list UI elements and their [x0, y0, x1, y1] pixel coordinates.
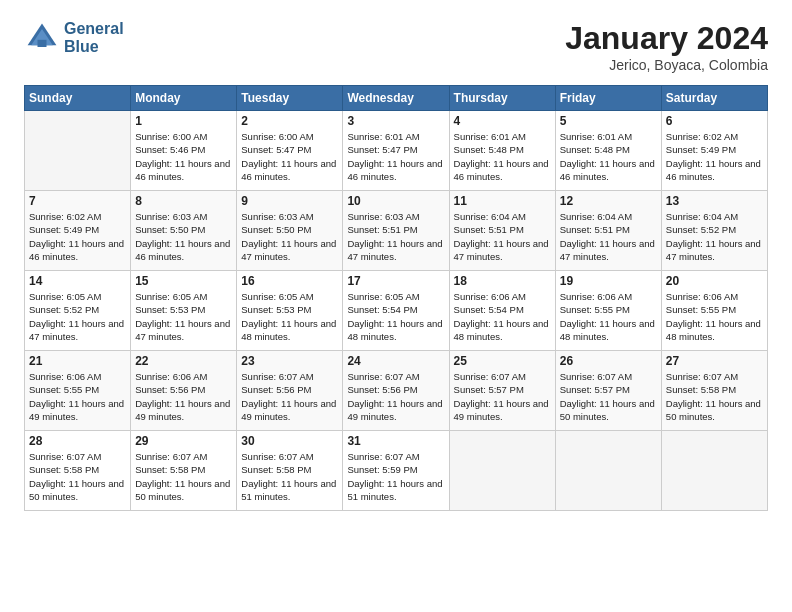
calendar-cell: 30Sunrise: 6:07 AM Sunset: 5:58 PM Dayli…	[237, 431, 343, 511]
day-info: Sunrise: 6:07 AM Sunset: 5:58 PM Dayligh…	[666, 370, 763, 423]
day-info: Sunrise: 6:06 AM Sunset: 5:55 PM Dayligh…	[560, 290, 657, 343]
logo-line2: Blue	[64, 38, 124, 56]
title-block: January 2024 Jerico, Boyaca, Colombia	[565, 20, 768, 73]
day-info: Sunrise: 6:03 AM Sunset: 5:50 PM Dayligh…	[241, 210, 338, 263]
day-number: 8	[135, 194, 232, 208]
day-of-week-header: Wednesday	[343, 86, 449, 111]
day-number: 21	[29, 354, 126, 368]
calendar-header-row: SundayMondayTuesdayWednesdayThursdayFrid…	[25, 86, 768, 111]
calendar-cell	[555, 431, 661, 511]
day-number: 4	[454, 114, 551, 128]
day-number: 7	[29, 194, 126, 208]
day-number: 13	[666, 194, 763, 208]
day-info: Sunrise: 6:02 AM Sunset: 5:49 PM Dayligh…	[29, 210, 126, 263]
calendar-cell: 17Sunrise: 6:05 AM Sunset: 5:54 PM Dayli…	[343, 271, 449, 351]
day-number: 16	[241, 274, 338, 288]
day-of-week-header: Saturday	[661, 86, 767, 111]
day-number: 2	[241, 114, 338, 128]
day-of-week-header: Thursday	[449, 86, 555, 111]
day-info: Sunrise: 6:01 AM Sunset: 5:47 PM Dayligh…	[347, 130, 444, 183]
calendar-cell: 23Sunrise: 6:07 AM Sunset: 5:56 PM Dayli…	[237, 351, 343, 431]
calendar-week-row: 21Sunrise: 6:06 AM Sunset: 5:55 PM Dayli…	[25, 351, 768, 431]
day-info: Sunrise: 6:07 AM Sunset: 5:56 PM Dayligh…	[241, 370, 338, 423]
day-number: 12	[560, 194, 657, 208]
day-number: 11	[454, 194, 551, 208]
calendar: SundayMondayTuesdayWednesdayThursdayFrid…	[24, 85, 768, 511]
day-number: 1	[135, 114, 232, 128]
day-number: 20	[666, 274, 763, 288]
calendar-cell: 31Sunrise: 6:07 AM Sunset: 5:59 PM Dayli…	[343, 431, 449, 511]
day-number: 18	[454, 274, 551, 288]
day-info: Sunrise: 6:07 AM Sunset: 5:59 PM Dayligh…	[347, 450, 444, 503]
calendar-cell: 21Sunrise: 6:06 AM Sunset: 5:55 PM Dayli…	[25, 351, 131, 431]
calendar-cell: 16Sunrise: 6:05 AM Sunset: 5:53 PM Dayli…	[237, 271, 343, 351]
day-info: Sunrise: 6:03 AM Sunset: 5:50 PM Dayligh…	[135, 210, 232, 263]
day-info: Sunrise: 6:07 AM Sunset: 5:57 PM Dayligh…	[560, 370, 657, 423]
day-info: Sunrise: 6:03 AM Sunset: 5:51 PM Dayligh…	[347, 210, 444, 263]
day-number: 24	[347, 354, 444, 368]
calendar-cell: 29Sunrise: 6:07 AM Sunset: 5:58 PM Dayli…	[131, 431, 237, 511]
svg-rect-2	[38, 40, 47, 47]
calendar-cell	[661, 431, 767, 511]
calendar-cell: 26Sunrise: 6:07 AM Sunset: 5:57 PM Dayli…	[555, 351, 661, 431]
day-of-week-header: Friday	[555, 86, 661, 111]
day-number: 10	[347, 194, 444, 208]
day-info: Sunrise: 6:00 AM Sunset: 5:47 PM Dayligh…	[241, 130, 338, 183]
day-info: Sunrise: 6:07 AM Sunset: 5:58 PM Dayligh…	[241, 450, 338, 503]
calendar-cell: 9Sunrise: 6:03 AM Sunset: 5:50 PM Daylig…	[237, 191, 343, 271]
calendar-cell: 12Sunrise: 6:04 AM Sunset: 5:51 PM Dayli…	[555, 191, 661, 271]
day-info: Sunrise: 6:00 AM Sunset: 5:46 PM Dayligh…	[135, 130, 232, 183]
day-of-week-header: Monday	[131, 86, 237, 111]
day-info: Sunrise: 6:05 AM Sunset: 5:53 PM Dayligh…	[241, 290, 338, 343]
calendar-cell: 13Sunrise: 6:04 AM Sunset: 5:52 PM Dayli…	[661, 191, 767, 271]
calendar-cell: 10Sunrise: 6:03 AM Sunset: 5:51 PM Dayli…	[343, 191, 449, 271]
calendar-cell: 15Sunrise: 6:05 AM Sunset: 5:53 PM Dayli…	[131, 271, 237, 351]
day-info: Sunrise: 6:04 AM Sunset: 5:51 PM Dayligh…	[560, 210, 657, 263]
header: General Blue January 2024 Jerico, Boyaca…	[24, 20, 768, 73]
day-info: Sunrise: 6:06 AM Sunset: 5:56 PM Dayligh…	[135, 370, 232, 423]
day-number: 23	[241, 354, 338, 368]
calendar-cell: 24Sunrise: 6:07 AM Sunset: 5:56 PM Dayli…	[343, 351, 449, 431]
calendar-cell: 3Sunrise: 6:01 AM Sunset: 5:47 PM Daylig…	[343, 111, 449, 191]
day-number: 9	[241, 194, 338, 208]
day-info: Sunrise: 6:05 AM Sunset: 5:53 PM Dayligh…	[135, 290, 232, 343]
day-number: 30	[241, 434, 338, 448]
day-number: 3	[347, 114, 444, 128]
calendar-cell	[25, 111, 131, 191]
day-info: Sunrise: 6:05 AM Sunset: 5:52 PM Dayligh…	[29, 290, 126, 343]
day-number: 17	[347, 274, 444, 288]
day-info: Sunrise: 6:02 AM Sunset: 5:49 PM Dayligh…	[666, 130, 763, 183]
calendar-cell: 2Sunrise: 6:00 AM Sunset: 5:47 PM Daylig…	[237, 111, 343, 191]
day-number: 26	[560, 354, 657, 368]
day-info: Sunrise: 6:01 AM Sunset: 5:48 PM Dayligh…	[560, 130, 657, 183]
calendar-week-row: 7Sunrise: 6:02 AM Sunset: 5:49 PM Daylig…	[25, 191, 768, 271]
calendar-week-row: 28Sunrise: 6:07 AM Sunset: 5:58 PM Dayli…	[25, 431, 768, 511]
day-number: 14	[29, 274, 126, 288]
calendar-cell: 20Sunrise: 6:06 AM Sunset: 5:55 PM Dayli…	[661, 271, 767, 351]
main-title: January 2024	[565, 20, 768, 57]
day-info: Sunrise: 6:07 AM Sunset: 5:56 PM Dayligh…	[347, 370, 444, 423]
calendar-cell: 19Sunrise: 6:06 AM Sunset: 5:55 PM Dayli…	[555, 271, 661, 351]
day-number: 5	[560, 114, 657, 128]
day-number: 15	[135, 274, 232, 288]
logo-line1: General	[64, 20, 124, 38]
calendar-cell: 27Sunrise: 6:07 AM Sunset: 5:58 PM Dayli…	[661, 351, 767, 431]
day-number: 19	[560, 274, 657, 288]
calendar-week-row: 14Sunrise: 6:05 AM Sunset: 5:52 PM Dayli…	[25, 271, 768, 351]
day-info: Sunrise: 6:04 AM Sunset: 5:51 PM Dayligh…	[454, 210, 551, 263]
day-number: 28	[29, 434, 126, 448]
day-info: Sunrise: 6:07 AM Sunset: 5:58 PM Dayligh…	[135, 450, 232, 503]
logo: General Blue	[24, 20, 124, 56]
calendar-cell: 5Sunrise: 6:01 AM Sunset: 5:48 PM Daylig…	[555, 111, 661, 191]
day-info: Sunrise: 6:06 AM Sunset: 5:54 PM Dayligh…	[454, 290, 551, 343]
page: General Blue January 2024 Jerico, Boyaca…	[0, 0, 792, 612]
day-number: 31	[347, 434, 444, 448]
subtitle: Jerico, Boyaca, Colombia	[565, 57, 768, 73]
day-number: 27	[666, 354, 763, 368]
calendar-week-row: 1Sunrise: 6:00 AM Sunset: 5:46 PM Daylig…	[25, 111, 768, 191]
day-info: Sunrise: 6:01 AM Sunset: 5:48 PM Dayligh…	[454, 130, 551, 183]
logo-icon	[24, 20, 60, 56]
calendar-cell: 1Sunrise: 6:00 AM Sunset: 5:46 PM Daylig…	[131, 111, 237, 191]
day-number: 29	[135, 434, 232, 448]
calendar-cell: 4Sunrise: 6:01 AM Sunset: 5:48 PM Daylig…	[449, 111, 555, 191]
